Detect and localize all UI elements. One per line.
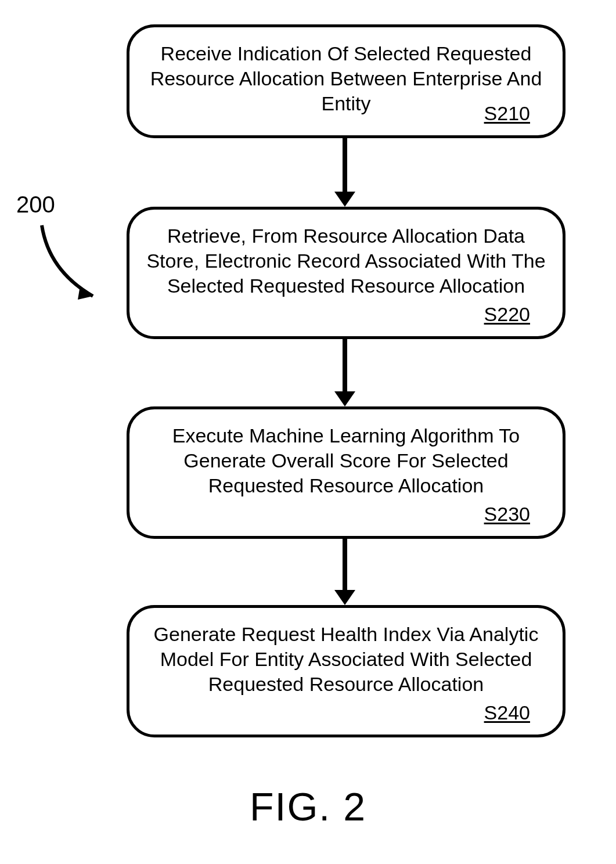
arrow-s230-s240: [343, 539, 347, 590]
flow-step-text: Receive Indication Of Selected Requested…: [146, 41, 546, 140]
flow-step-ref: S230: [484, 503, 530, 525]
arrowhead-icon: [334, 391, 355, 406]
reference-number-200: 200: [16, 192, 55, 218]
flow-step-s240: Generate Request Health Index Via Analyt…: [127, 605, 565, 737]
arrowhead-icon: [334, 192, 355, 207]
arrow-s220-s230: [343, 339, 347, 391]
arrow-s210-s220: [343, 138, 347, 192]
flow-step-ref: S240: [484, 701, 530, 724]
flowchart-canvas: 200 Receive Indication Of Selected Reque…: [0, 0, 616, 864]
flow-step-s230: Execute Machine Learning Algorithm To Ge…: [127, 406, 565, 539]
svg-marker-0: [78, 286, 93, 300]
flow-step-ref: S210: [484, 102, 530, 125]
flow-step-s210: Receive Indication Of Selected Requested…: [127, 24, 565, 138]
figure-caption: FIG. 2: [0, 784, 616, 829]
flow-step-s220: Retrieve, From Resource Allocation Data …: [127, 207, 565, 339]
arrowhead-icon: [334, 590, 355, 605]
reference-arrow-icon: [24, 218, 117, 311]
flow-step-ref: S220: [484, 303, 530, 326]
